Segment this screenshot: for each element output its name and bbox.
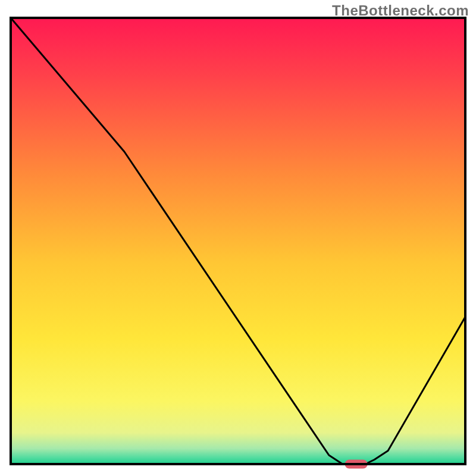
plot-area	[11, 18, 465, 469]
bottleneck-chart	[0, 0, 476, 476]
watermark-text: TheBottleneck.com	[332, 2, 469, 19]
gradient-background	[11, 18, 465, 464]
chart-frame: TheBottleneck.com	[0, 0, 476, 476]
